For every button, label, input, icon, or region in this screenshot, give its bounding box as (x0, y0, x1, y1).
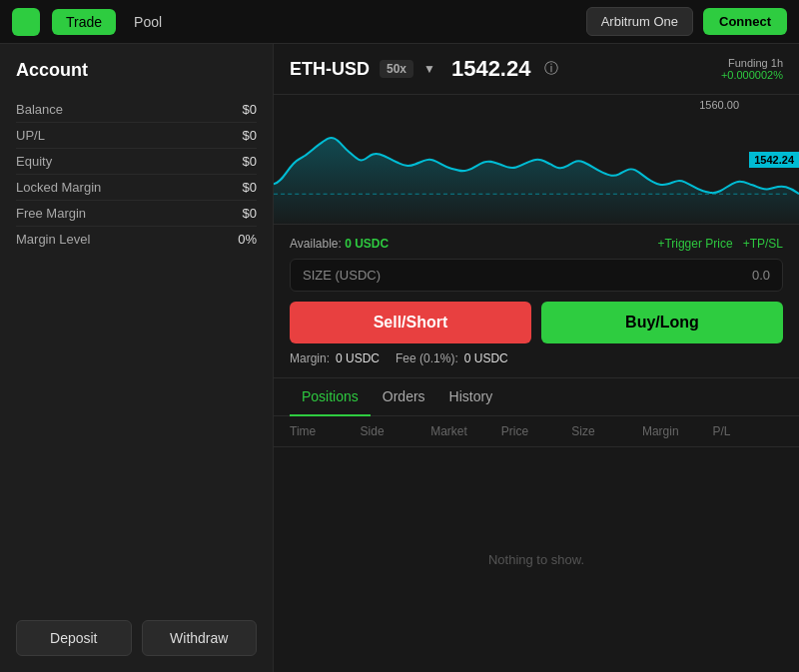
col-size: Size (571, 424, 642, 438)
account-row: Free Margin$0 (16, 201, 257, 227)
chart-top-price: 1560.00 (699, 99, 739, 111)
col-market: Market (430, 424, 501, 438)
col-p/l: P/L (712, 424, 783, 438)
chart-area: 1560.00 1542.24 (274, 95, 799, 225)
right-panel: ETH-USD 50x ▼ 1542.24 ⓘ Funding 1h +0.00… (274, 44, 799, 672)
connect-button[interactable]: Connect (703, 8, 787, 35)
trigger-price-link[interactable]: +Trigger Price (657, 237, 732, 251)
margin-fee-row: Margin: 0 USDC Fee (0.1%): 0 USDC (290, 351, 783, 365)
account-row: UP/L$0 (16, 123, 257, 149)
order-buttons: Sell/Short Buy/Long (290, 302, 783, 343)
available-row: Available: 0 USDC +Trigger Price +TP/SL (290, 237, 783, 251)
tpsl-link[interactable]: +TP/SL (743, 237, 783, 251)
trading-header: ETH-USD 50x ▼ 1542.24 ⓘ Funding 1h +0.00… (274, 44, 799, 95)
funding-info: Funding 1h +0.000002% (721, 57, 783, 81)
size-input-row[interactable]: SIZE (USDC) 0.0 (290, 259, 783, 292)
buy-long-button[interactable]: Buy/Long (541, 302, 783, 343)
fee-item: Fee (0.1%): 0 USDC (396, 351, 508, 365)
sell-short-button[interactable]: Sell/Short (290, 302, 531, 343)
price-display: 1542.24 (451, 56, 531, 82)
fee-value: 0 USDC (464, 351, 508, 365)
trade-tab[interactable]: Trade (52, 9, 116, 35)
margin-item: Margin: 0 USDC (290, 351, 380, 365)
col-price: Price (501, 424, 572, 438)
margin-label: Margin: (290, 351, 330, 365)
account-title: Account (16, 60, 257, 81)
account-row: Equity$0 (16, 149, 257, 175)
margin-value: 0 USDC (336, 351, 380, 365)
size-label: SIZE (USDC) (303, 268, 752, 283)
available-value: 0 USDC (345, 237, 389, 251)
pair-name: ETH-USD (290, 59, 370, 80)
price-chart (274, 95, 799, 224)
deposit-button[interactable]: Deposit (16, 620, 132, 656)
chevron-down-icon[interactable]: ▼ (423, 62, 435, 76)
withdraw-button[interactable]: Withdraw (142, 620, 258, 656)
col-side: Side (361, 424, 431, 438)
nav-right: Arbitrum One Connect (586, 7, 787, 36)
fee-label: Fee (0.1%): (396, 351, 458, 365)
info-icon[interactable]: ⓘ (544, 60, 558, 78)
funding-value: +0.000002% (721, 69, 783, 81)
table-header: TimeSideMarketPriceSizeMarginP/L (274, 416, 799, 447)
account-buttons: Deposit Withdraw (16, 620, 257, 656)
trigger-tpsl: +Trigger Price +TP/SL (657, 237, 783, 251)
sidebar: Account Balance$0UP/L$0Equity$0Locked Ma… (0, 44, 274, 672)
funding-label: Funding 1h (721, 57, 783, 69)
nav-tabs: Trade Pool (52, 9, 176, 35)
app-logo (12, 8, 40, 36)
account-rows: Balance$0UP/L$0Equity$0Locked Margin$0Fr… (16, 97, 257, 252)
tab-positions[interactable]: Positions (290, 378, 371, 416)
order-form: Available: 0 USDC +Trigger Price +TP/SL … (274, 225, 799, 377)
network-button[interactable]: Arbitrum One (586, 7, 693, 36)
main-layout: Account Balance$0UP/L$0Equity$0Locked Ma… (0, 44, 799, 672)
account-row: Locked Margin$0 (16, 175, 257, 201)
account-row: Margin Level0% (16, 227, 257, 252)
size-value: 0.0 (752, 268, 770, 283)
top-nav: Trade Pool Arbitrum One Connect (0, 0, 799, 44)
col-margin: Margin (642, 424, 713, 438)
account-row: Balance$0 (16, 97, 257, 123)
available-label: Available: (290, 237, 342, 251)
tab-history[interactable]: History (437, 378, 505, 416)
col-time: Time (290, 424, 361, 438)
current-price-label: 1542.24 (749, 152, 799, 168)
tab-orders[interactable]: Orders (371, 378, 437, 416)
bottom-section: PositionsOrdersHistory TimeSideMarketPri… (274, 377, 799, 672)
pool-tab[interactable]: Pool (120, 9, 176, 35)
bottom-tabs: PositionsOrdersHistory (274, 378, 799, 416)
empty-message: Nothing to show. (274, 447, 799, 672)
leverage-badge: 50x (380, 60, 413, 78)
